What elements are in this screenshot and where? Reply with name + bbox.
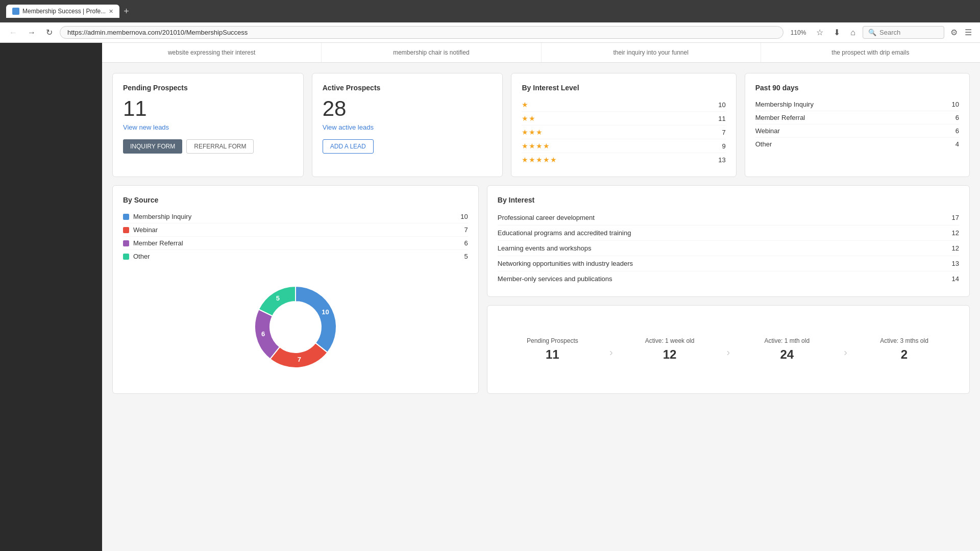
- pending-prospects-title: Pending Prospects: [123, 84, 293, 92]
- source-count: 6: [955, 114, 959, 121]
- donut-segment: [255, 309, 280, 359]
- legend-count: 7: [464, 226, 468, 234]
- interest-count: 13: [718, 156, 725, 164]
- active-prospects-count: 28: [323, 98, 493, 119]
- past-90-row: Other4: [755, 138, 959, 151]
- funnel-card: Pending Prospects 11 › Active: 1 week ol…: [487, 305, 970, 394]
- funnel-arrow-icon: ›: [725, 346, 732, 358]
- funnel-stage-number: 2: [901, 347, 908, 362]
- legend-left: Membership Inquiry: [123, 213, 191, 220]
- funnel-arrow-icon: ›: [842, 346, 849, 358]
- donut-chart-container: 10765: [123, 271, 468, 383]
- legend-label: Member Referral: [133, 239, 183, 247]
- topic-label: Member-only services and publications: [498, 275, 612, 283]
- source-count: 4: [955, 140, 959, 148]
- view-active-leads-link[interactable]: View active leads: [323, 123, 493, 131]
- topic-label: Learning events and workshops: [498, 244, 592, 252]
- pending-prospects-card: Pending Prospects 11 View new leads INQU…: [112, 73, 304, 177]
- pending-button-group: INQUIRY FORM REFERRAL FORM: [123, 139, 293, 154]
- source-legend: Membership Inquiry 10 Webinar 7 Member R…: [123, 210, 468, 263]
- download-button[interactable]: ⬇: [830, 26, 843, 39]
- extensions-icon[interactable]: ⚙: [948, 27, 960, 38]
- right-column: By Interest Professional career developm…: [487, 185, 970, 394]
- funnel-stage-label: Pending Prospects: [527, 337, 578, 344]
- search-input[interactable]: [879, 29, 930, 36]
- funnel-stage: Active: 1 week old 12: [615, 337, 725, 362]
- search-bar[interactable]: 🔍: [863, 26, 944, 39]
- legend-dot: [123, 214, 129, 220]
- by-interest-card: By Interest Professional career developm…: [487, 185, 970, 297]
- legend-label: Membership Inquiry: [133, 213, 191, 220]
- info-strip-item-4: the prospect with drip emails: [761, 43, 980, 62]
- search-icon: 🔍: [868, 29, 876, 36]
- inquiry-form-button[interactable]: INQUIRY FORM: [123, 139, 182, 154]
- topic-count: 17: [952, 214, 959, 221]
- star-rating: ★★★: [522, 128, 543, 136]
- topic-label: Networking opportunities with industry l…: [498, 260, 633, 267]
- legend-count: 10: [460, 213, 468, 220]
- back-button[interactable]: ←: [6, 26, 20, 39]
- legend-item: Membership Inquiry 10: [123, 210, 468, 223]
- by-source-title: By Source: [123, 196, 468, 204]
- topic-count: 12: [952, 229, 959, 237]
- info-strip-item-1: website expressing their interest: [102, 43, 322, 62]
- donut-chart: 10765: [239, 271, 352, 383]
- home-button[interactable]: ⌂: [847, 26, 859, 39]
- source-label: Membership Inquiry: [755, 101, 814, 108]
- info-strip-item-2: membership chair is notified: [322, 43, 541, 62]
- reload-button[interactable]: ↻: [43, 26, 56, 39]
- donut-label: 6: [261, 330, 265, 338]
- forward-button[interactable]: →: [24, 26, 39, 39]
- browser-tab[interactable]: Membership Success | Profe... ✕: [6, 5, 119, 18]
- interest-topic-row: Professional career development17: [498, 210, 959, 226]
- source-label: Member Referral: [755, 114, 805, 121]
- page-layout: website expressing their interest member…: [0, 43, 980, 551]
- legend-item: Other 5: [123, 250, 468, 263]
- star-rating: ★★★★: [522, 142, 550, 150]
- interest-level-row: ★★★★★13: [522, 153, 725, 166]
- top-row: Pending Prospects 11 View new leads INQU…: [112, 73, 970, 177]
- source-count: 6: [955, 127, 959, 135]
- topic-label: Educational programs and accredited trai…: [498, 229, 631, 237]
- url-bar[interactable]: [60, 26, 783, 39]
- funnel-stage-number: 24: [780, 347, 794, 362]
- source-label: Webinar: [755, 127, 780, 135]
- past-90-row: Membership Inquiry10: [755, 98, 959, 111]
- interest-level-row: ★10: [522, 98, 725, 112]
- active-prospects-title: Active Prospects: [323, 84, 493, 92]
- interest-level-row: ★★11: [522, 112, 725, 126]
- interest-topic-row: Networking opportunities with industry l…: [498, 256, 959, 271]
- legend-dot: [123, 254, 129, 260]
- funnel-stage-label: Active: 1 mth old: [764, 337, 810, 344]
- past-90-rows: Membership Inquiry10Member Referral6Webi…: [755, 98, 959, 151]
- funnel-stage-label: Active: 3 mths old: [880, 337, 928, 344]
- by-source-card: By Source Membership Inquiry 10 Webinar …: [112, 185, 479, 394]
- interest-topic-row: Learning events and workshops12: [498, 241, 959, 256]
- funnel-stage: Active: 1 mth old 24: [732, 337, 842, 362]
- interest-level-row: ★★★7: [522, 126, 725, 139]
- add-lead-button[interactable]: ADD A LEAD: [323, 139, 374, 154]
- funnel-arrow-icon: ›: [607, 346, 615, 358]
- view-new-leads-link[interactable]: View new leads: [123, 123, 293, 131]
- donut-label: 5: [276, 294, 280, 302]
- interest-level-rows: ★10★★11★★★7★★★★9★★★★★13: [522, 98, 725, 166]
- bookmark-button[interactable]: ☆: [813, 26, 826, 39]
- past-90-days-card: Past 90 days Membership Inquiry10Member …: [745, 73, 970, 177]
- referral-form-button[interactable]: REFERRAL FORM: [186, 139, 254, 154]
- interest-count: 9: [722, 142, 726, 150]
- topic-count: 14: [952, 275, 959, 283]
- tab-close-button[interactable]: ✕: [109, 8, 113, 15]
- funnel-stage: Active: 3 mths old 2: [849, 337, 959, 362]
- legend-item: Member Referral 6: [123, 237, 468, 250]
- dashboard: Pending Prospects 11 View new leads INQU…: [102, 63, 980, 404]
- past-90-title: Past 90 days: [755, 84, 959, 92]
- active-button-group: ADD A LEAD: [323, 139, 493, 154]
- new-tab-button[interactable]: +: [124, 6, 129, 17]
- legend-item: Webinar 7: [123, 223, 468, 237]
- info-strip: website expressing their interest member…: [102, 43, 980, 63]
- info-strip-item-3: their inquiry into your funnel: [542, 43, 761, 62]
- legend-left: Other: [123, 253, 150, 260]
- menu-icon[interactable]: ☰: [963, 27, 974, 38]
- legend-left: Member Referral: [123, 239, 183, 247]
- nav-bar: ← → ↻ 110% ☆ ⬇ ⌂ 🔍 ⚙ ☰: [0, 22, 980, 43]
